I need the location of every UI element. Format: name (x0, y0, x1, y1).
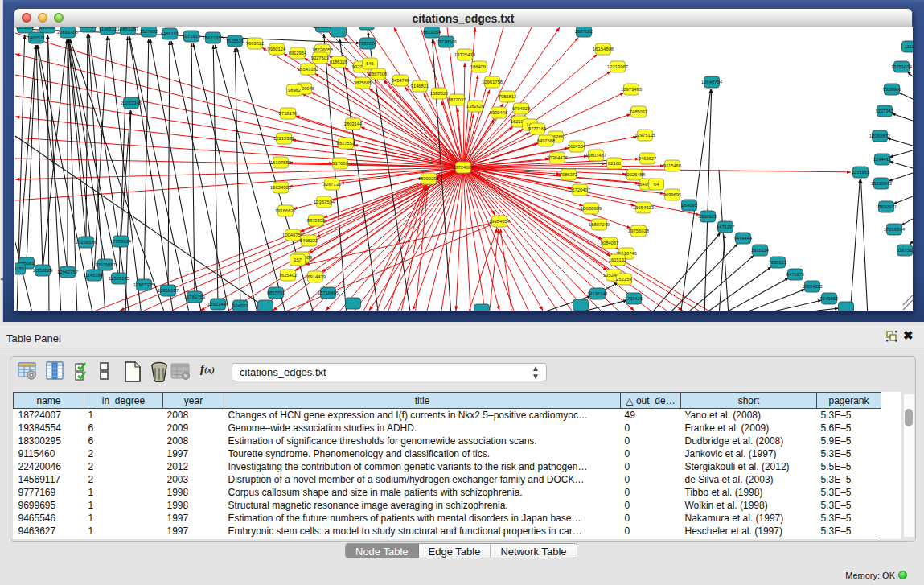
svg-text:9227342: 9227342 (876, 109, 894, 113)
svg-text:20691406: 20691406 (57, 30, 78, 35)
svg-text:9115460: 9115460 (663, 163, 681, 168)
svg-text:164095: 164095 (681, 203, 696, 208)
svg-text:2718170: 2718170 (279, 111, 298, 116)
svg-text:9777169: 9777169 (528, 126, 547, 131)
svg-text:16210643: 16210643 (871, 181, 892, 186)
svg-text:7663822: 7663822 (246, 41, 265, 46)
svg-text:1405571: 1405571 (27, 35, 46, 40)
svg-text:546: 546 (366, 61, 374, 66)
svg-text:62160: 62160 (608, 161, 621, 166)
svg-text:3624554: 3624554 (568, 144, 586, 149)
svg-text:18300295: 18300295 (418, 176, 439, 181)
svg-text:9084067: 9084067 (601, 241, 619, 245)
svg-text:98962: 98962 (288, 88, 301, 93)
svg-text:3267130: 3267130 (323, 182, 342, 187)
svg-text:15716485: 15716485 (318, 290, 339, 295)
svg-text:18724007: 18724007 (453, 165, 474, 170)
svg-text:7986372: 7986372 (560, 172, 578, 177)
svg-text:17957225: 17957225 (133, 282, 154, 287)
svg-text:16154808: 16154808 (593, 47, 614, 51)
svg-text:12942757: 12942757 (57, 270, 78, 274)
svg-text:8912954: 8912954 (289, 51, 307, 56)
svg-text:924501: 924501 (232, 303, 248, 308)
svg-text:10654112: 10654112 (802, 284, 822, 289)
svg-text:7485063: 7485063 (630, 109, 648, 114)
svg-text:16053809: 16053809 (313, 27, 334, 29)
svg-text:1615132: 1615132 (609, 257, 627, 262)
svg-text:17359924: 17359924 (110, 239, 132, 244)
svg-text:10958107: 10958107 (158, 288, 179, 293)
svg-text:10961758: 10961758 (482, 80, 503, 84)
svg-text:7955812: 7955812 (499, 94, 517, 99)
svg-text:20206576: 20206576 (76, 240, 97, 245)
svg-text:12213967: 12213967 (607, 64, 628, 69)
svg-text:16107553: 16107553 (270, 160, 291, 165)
svg-text:6794028: 6794028 (512, 106, 531, 111)
svg-text:19166827: 19166827 (275, 208, 296, 213)
svg-text:1244415: 1244415 (873, 157, 892, 162)
svg-text:8186328: 8186328 (330, 60, 348, 64)
svg-text:15720407: 15720407 (569, 187, 590, 192)
svg-text:3215955: 3215955 (852, 170, 870, 175)
svg-text:10973493: 10973493 (621, 87, 642, 92)
svg-text:10648764: 10648764 (701, 80, 723, 84)
svg-text:2935114: 2935114 (751, 248, 770, 253)
svg-text:14136141: 14136141 (587, 291, 608, 296)
svg-text:9857791: 9857791 (267, 290, 285, 295)
svg-text:15692971: 15692971 (876, 204, 897, 209)
svg-text:13353594: 13353594 (314, 200, 335, 204)
svg-text:9699695: 9699695 (663, 192, 682, 197)
svg-text:1145194: 1145194 (85, 273, 104, 278)
svg-text:2803144: 2803144 (344, 122, 363, 126)
svg-text:1864091: 1864091 (470, 64, 489, 69)
svg-text:13325419: 13325419 (454, 52, 475, 57)
svg-text:9329966: 9329966 (883, 87, 901, 92)
svg-text:17016504: 17016504 (884, 227, 906, 232)
svg-text:1362620: 1362620 (466, 104, 485, 109)
svg-text:6479197: 6479197 (717, 225, 735, 229)
svg-text:8938923: 8938923 (699, 214, 717, 219)
svg-text:157: 157 (294, 257, 302, 262)
svg-text:1071915: 1071915 (183, 34, 201, 39)
svg-text:19756928: 19756928 (628, 229, 649, 233)
svg-text:7357224: 7357224 (359, 41, 377, 46)
svg-text:991408: 991408 (39, 27, 55, 30)
svg-text:19218506: 19218506 (436, 39, 457, 44)
svg-text:16671355: 16671355 (203, 35, 224, 40)
svg-text:1112: 1112 (905, 44, 913, 49)
svg-text:8990448: 8990448 (490, 110, 508, 115)
svg-text:16782759: 16782759 (184, 295, 205, 299)
svg-text:12213389: 12213389 (273, 136, 294, 141)
svg-text:9463627: 9463627 (639, 156, 657, 161)
svg-text:7632621: 7632621 (769, 260, 787, 265)
svg-text:2687682: 2687682 (575, 29, 593, 34)
svg-text:9146821: 9146821 (411, 84, 429, 89)
svg-text:116753: 116753 (897, 248, 913, 253)
svg-text:252254: 252254 (616, 277, 632, 282)
svg-text:10807487: 10807487 (585, 153, 606, 158)
svg-text:9327503: 9327503 (311, 56, 330, 60)
svg-text:10975887: 10975887 (95, 262, 116, 267)
svg-text:2867608: 2867608 (369, 72, 388, 76)
svg-text:917006: 917006 (332, 161, 347, 166)
svg-text:10025488: 10025488 (624, 172, 645, 177)
svg-text:1063319: 1063319 (79, 27, 97, 29)
svg-text:20053346: 20053346 (121, 101, 142, 105)
svg-text:8813054: 8813054 (423, 30, 441, 35)
svg-text:6497568: 6497568 (537, 138, 556, 143)
svg-text:18807249: 18807249 (589, 222, 610, 227)
svg-text:1733426: 1733426 (625, 296, 643, 301)
svg-text:9106532: 9106532 (99, 27, 117, 31)
svg-text:8454749: 8454749 (392, 78, 410, 83)
svg-text:39159: 39159 (15, 266, 24, 271)
svg-text:10688609: 10688609 (581, 206, 602, 211)
svg-text:12923446: 12923446 (207, 302, 228, 307)
svg-text:11156829: 11156829 (33, 268, 53, 273)
svg-text:19654985: 19654985 (270, 185, 291, 190)
svg-text:9960124: 9960124 (268, 47, 286, 51)
svg-text:18226058: 18226058 (312, 47, 333, 52)
svg-text:5498222: 5498222 (300, 238, 318, 243)
svg-text:8878352: 8878352 (307, 218, 326, 223)
svg-text:6466160: 6466160 (161, 31, 179, 36)
svg-text:7515526: 7515526 (226, 39, 244, 43)
